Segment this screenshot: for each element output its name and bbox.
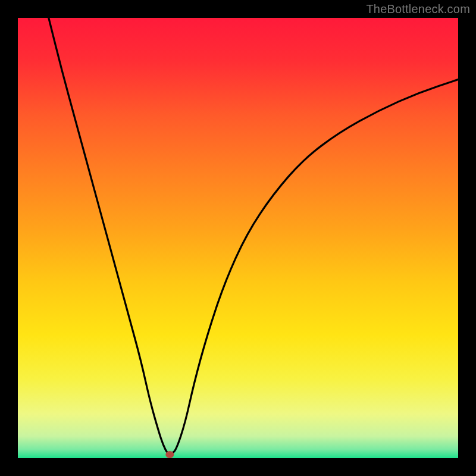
optimal-point-marker bbox=[165, 451, 174, 458]
bottleneck-curve bbox=[18, 18, 458, 458]
attribution-label: TheBottleneck.com bbox=[366, 2, 470, 16]
plot-area bbox=[18, 18, 458, 458]
chart-container: TheBottleneck.com bbox=[0, 0, 476, 476]
